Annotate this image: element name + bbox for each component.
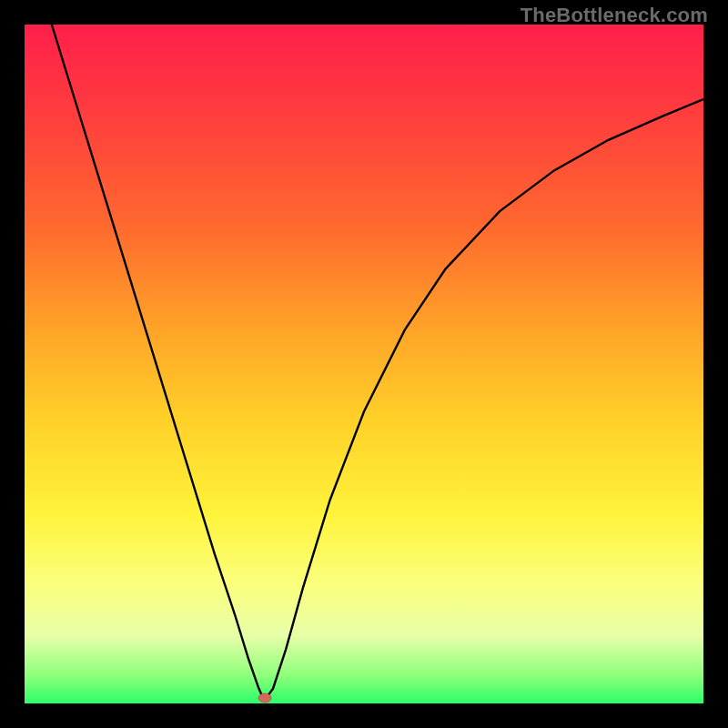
minimum-marker xyxy=(258,693,271,703)
chart-frame: TheBottleneck.com xyxy=(0,0,728,728)
plot-svg xyxy=(25,25,703,703)
bottleneck-curve xyxy=(52,25,703,696)
plot-area xyxy=(25,25,703,703)
